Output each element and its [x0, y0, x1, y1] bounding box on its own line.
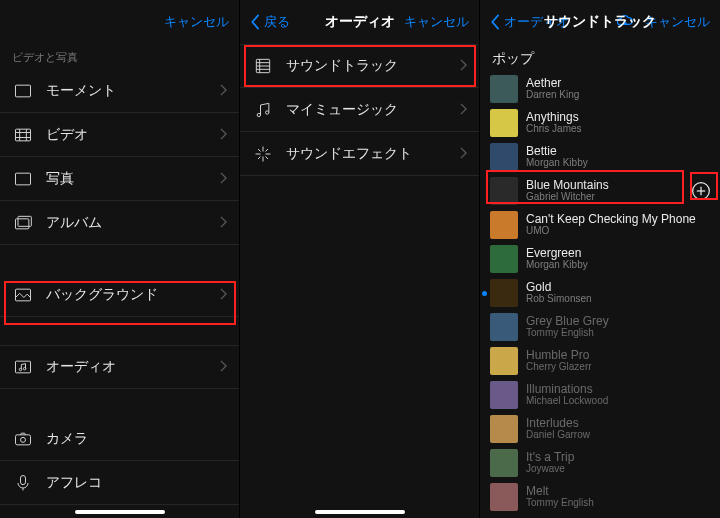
track-artist: Morgan Kibby [526, 158, 712, 169]
row-soundeffect[interactable]: サウンドエフェクト [240, 132, 479, 176]
row-album[interactable]: アルバム [0, 201, 239, 245]
svg-rect-13 [16, 434, 31, 444]
row-moment[interactable]: モーメント [0, 69, 239, 113]
track-artist: Cherry Glazerr [526, 362, 712, 373]
track-artist: Tommy English [526, 498, 712, 509]
track-title: Melt [526, 485, 712, 498]
page-title: サウンドトラック [544, 13, 656, 31]
album-art [490, 483, 518, 511]
album-art [490, 347, 518, 375]
album-art [490, 449, 518, 477]
album-art [490, 143, 518, 171]
row-mymusic[interactable]: マイミュージック [240, 88, 479, 132]
soundtrack-icon [252, 55, 274, 77]
microphone-icon [12, 472, 34, 494]
track-artist: Michael Lockwood [526, 396, 712, 407]
album-art [490, 279, 518, 307]
row-label: マイミュージック [286, 101, 460, 119]
screen-audio: 戻る オーディオ キャンセル サウンドトラック マイミュージック サウンドエフェ… [240, 0, 480, 518]
track-row[interactable]: GoldRob Simonsen [480, 276, 720, 310]
music-note-icon [252, 99, 274, 121]
row-photo[interactable]: 写真 [0, 157, 239, 201]
track-row[interactable]: It's a TripJoywave [480, 446, 720, 480]
row-background[interactable]: バックグラウンド [0, 273, 239, 317]
track-meta: InterludesDaniel Garrow [526, 417, 712, 440]
row-label: モーメント [46, 82, 220, 100]
chevron-left-icon [490, 14, 500, 30]
screen-soundtrack: オーディオ サウンドトラック キャンセル ポップ AetherDarren Ki… [480, 0, 720, 518]
svg-rect-15 [21, 475, 26, 484]
svg-rect-6 [16, 173, 31, 185]
track-meta: Blue MountainsGabriel Witcher [526, 179, 682, 202]
track-title: Illuminations [526, 383, 712, 396]
svg-point-22 [266, 110, 269, 113]
album-art [490, 313, 518, 341]
track-artist: Darren King [526, 90, 712, 101]
row-video[interactable]: ビデオ [0, 113, 239, 157]
svg-rect-0 [16, 85, 31, 97]
camera-icon [12, 428, 34, 450]
album-art [490, 415, 518, 443]
track-artist: Rob Simonsen [526, 294, 712, 305]
album-icon [12, 212, 34, 234]
cancel-button[interactable]: キャンセル [164, 13, 229, 31]
navbar: 戻る オーディオ キャンセル [240, 0, 479, 44]
track-title: Humble Pro [526, 349, 712, 362]
track-row[interactable]: EvergreenMorgan Kibby [480, 242, 720, 276]
track-row[interactable]: Humble ProCherry Glazerr [480, 344, 720, 378]
track-title: Evergreen [526, 247, 712, 260]
chevron-left-icon [250, 14, 260, 30]
track-list: AetherDarren KingAnythingsChris JamesBet… [480, 72, 720, 514]
track-row[interactable]: MeltTommy English [480, 480, 720, 514]
track-row[interactable]: Can't Keep Checking My PhoneUMO [480, 208, 720, 242]
chevron-right-icon [220, 126, 227, 144]
cancel-button[interactable]: キャンセル [404, 13, 469, 31]
audio-icon [12, 356, 34, 378]
chevron-right-icon [220, 358, 227, 376]
row-label: カメラ [46, 430, 227, 448]
track-meta: IlluminationsMichael Lockwood [526, 383, 712, 406]
track-meta: GoldRob Simonsen [526, 281, 712, 304]
chevron-right-icon [460, 145, 467, 163]
group-label: ポップ [480, 44, 720, 72]
track-artist: Morgan Kibby [526, 260, 712, 271]
track-title: Can't Keep Checking My Phone [526, 213, 712, 226]
track-row[interactable]: Blue MountainsGabriel Witcher [480, 174, 720, 208]
track-artist: Gabriel Witcher [526, 192, 682, 203]
track-row[interactable]: BettieMorgan Kibby [480, 140, 720, 174]
track-meta: AetherDarren King [526, 77, 712, 100]
row-soundtrack[interactable]: サウンドトラック [240, 44, 479, 88]
track-artist: Daniel Garrow [526, 430, 712, 441]
back-button[interactable]: 戻る [250, 13, 290, 31]
moment-icon [12, 80, 34, 102]
row-audio[interactable]: オーディオ [0, 345, 239, 389]
track-row[interactable]: Grey Blue GreyTommy English [480, 310, 720, 344]
track-row[interactable]: IlluminationsMichael Lockwood [480, 378, 720, 412]
chevron-right-icon [460, 57, 467, 75]
svg-point-11 [19, 368, 22, 371]
svg-rect-1 [16, 129, 31, 141]
video-icon [12, 124, 34, 146]
chevron-right-icon [220, 170, 227, 188]
row-voiceover[interactable]: アフレコ [0, 461, 239, 505]
svg-point-14 [21, 437, 26, 442]
album-art [490, 381, 518, 409]
back-label: 戻る [264, 13, 290, 31]
row-label: サウンドトラック [286, 57, 460, 75]
track-row[interactable]: AetherDarren King [480, 72, 720, 106]
row-label: アルバム [46, 214, 220, 232]
navbar: オーディオ サウンドトラック キャンセル [480, 0, 720, 44]
section-header: ビデオと写真 [0, 44, 239, 69]
track-row[interactable]: AnythingsChris James [480, 106, 720, 140]
track-meta: Can't Keep Checking My PhoneUMO [526, 213, 712, 236]
track-title: Blue Mountains [526, 179, 682, 192]
chevron-right-icon [220, 214, 227, 232]
row-label: オーディオ [46, 358, 220, 376]
album-art [490, 109, 518, 137]
add-track-button[interactable] [690, 180, 712, 202]
album-art [490, 211, 518, 239]
row-camera[interactable]: カメラ [0, 417, 239, 461]
track-title: Grey Blue Grey [526, 315, 712, 328]
photo-icon [12, 168, 34, 190]
track-row[interactable]: InterludesDaniel Garrow [480, 412, 720, 446]
